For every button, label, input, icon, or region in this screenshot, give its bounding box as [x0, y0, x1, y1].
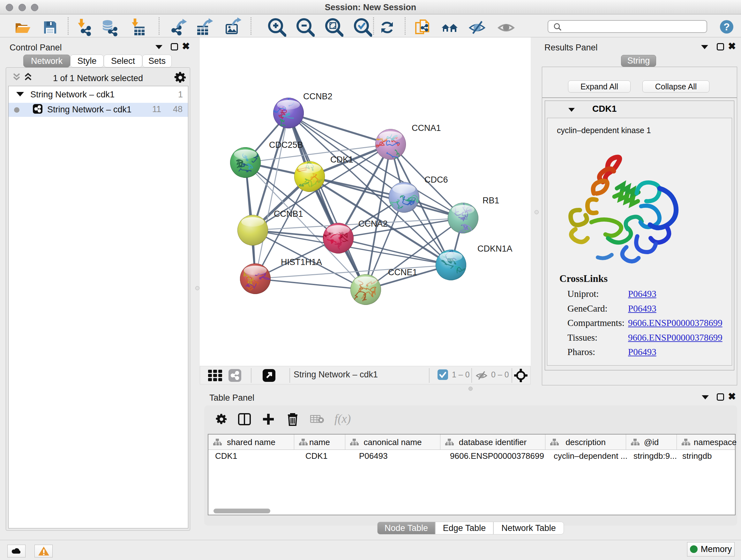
svg-text:CCNA2: CCNA2	[358, 219, 388, 229]
svg-text:CDKN1A: CDKN1A	[477, 244, 513, 253]
svg-text:CDC6: CDC6	[424, 175, 448, 185]
svg-text:CCNB2: CCNB2	[303, 91, 333, 101]
svg-text:CDK1: CDK1	[330, 155, 353, 165]
svg-text:CCNE1: CCNE1	[388, 267, 417, 277]
svg-text:RB1: RB1	[482, 196, 499, 205]
svg-text:HIST1H1A: HIST1H1A	[281, 257, 322, 267]
svg-text:CCNB1: CCNB1	[274, 209, 303, 219]
svg-text:CCNA1: CCNA1	[412, 123, 441, 133]
svg-text:CDC25B: CDC25B	[269, 140, 303, 150]
